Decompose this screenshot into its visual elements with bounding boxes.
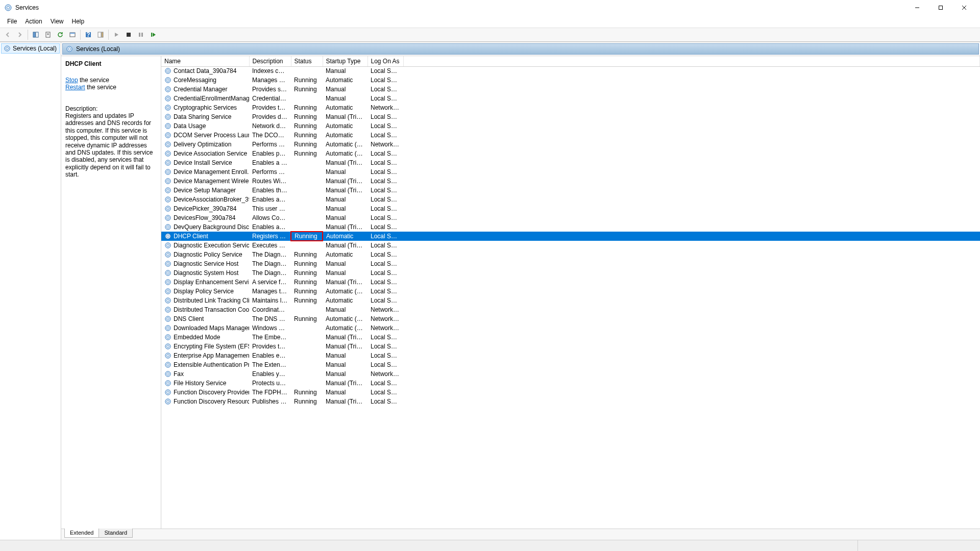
service-row[interactable]: Enterprise App Managemen...Enables ente.… (161, 351, 980, 360)
svg-point-32 (167, 97, 169, 99)
service-row[interactable]: DeviceAssociationBroker_39...Enables app… (161, 195, 980, 204)
menu-view[interactable]: View (46, 16, 68, 27)
menu-action[interactable]: Action (21, 16, 46, 27)
service-row[interactable]: File History ServiceProtects user...Manu… (161, 379, 980, 388)
service-status: Running (291, 296, 323, 305)
svg-point-74 (167, 290, 169, 292)
service-icon (164, 86, 172, 93)
service-row[interactable]: Encrypting File System (EFS)Provides the… (161, 342, 980, 351)
column-header-logon[interactable]: Log On As (368, 56, 403, 66)
service-row[interactable]: Embedded ModeThe Embedd...Manual (Trigg.… (161, 333, 980, 342)
service-row[interactable]: Function Discovery Provider ...The FDPHO… (161, 388, 980, 397)
export-list-button[interactable] (42, 29, 54, 40)
service-row[interactable]: DevicesFlow_390a784Allows Conn...ManualL… (161, 213, 980, 222)
service-row[interactable]: Diagnostic Service HostThe Diagnos...Run… (161, 259, 980, 268)
service-icon (164, 95, 172, 102)
service-logon: Local System (368, 204, 403, 213)
service-row[interactable]: Delivery OptimizationPerforms co...Runni… (161, 140, 980, 149)
service-row[interactable]: Device Management Wireles...Routes Wirel… (161, 177, 980, 186)
service-status (291, 94, 323, 103)
service-startup-type: Automatic (De... (323, 323, 368, 333)
close-button[interactable] (952, 0, 976, 15)
service-row[interactable]: DevicePicker_390a784This user ser...Manu… (161, 204, 980, 213)
service-icon (164, 315, 172, 322)
service-description: The Diagnos... (249, 268, 291, 278)
service-description: A service for ... (249, 278, 291, 287)
service-row[interactable]: Diagnostic Execution ServiceExecutes dia… (161, 241, 980, 250)
service-row[interactable]: Device Management Enroll...Performs De..… (161, 167, 980, 177)
service-name: Device Association Service (174, 150, 247, 157)
column-header-description[interactable]: Description (249, 56, 291, 66)
service-row[interactable]: Distributed Link Tracking Cli...Maintain… (161, 296, 980, 305)
service-row[interactable]: DNS ClientThe DNS Cli...RunningAutomatic… (161, 314, 980, 323)
main-area: Services (Local) Services (Local) DHCP C… (0, 42, 980, 540)
restart-service-button[interactable] (148, 29, 159, 40)
services-list[interactable]: Name Description Status Startup Type Log… (161, 56, 980, 529)
tree-item-services-local[interactable]: Services (Local) (1, 43, 60, 54)
service-row[interactable]: Credential ManagerProvides sec...Running… (161, 85, 980, 94)
service-startup-type: Automatic (323, 76, 368, 85)
navigation-tree[interactable]: Services (Local) (0, 42, 61, 540)
service-row[interactable]: Diagnostic System HostThe Diagnos...Runn… (161, 268, 980, 278)
tab-extended[interactable]: Extended (64, 529, 99, 538)
stop-service-link[interactable]: Stop (65, 77, 78, 84)
service-row[interactable]: Data Sharing ServiceProvides dat...Runni… (161, 112, 980, 121)
service-icon (164, 398, 172, 405)
svg-point-40 (167, 134, 169, 136)
svg-point-26 (167, 70, 169, 72)
service-name: Delivery Optimization (174, 141, 231, 148)
service-row[interactable]: Device Install ServiceEnables a co...Man… (161, 158, 980, 167)
properties-button[interactable] (67, 29, 78, 40)
restart-service-link[interactable]: Restart (65, 84, 85, 91)
show-hide-tree-button[interactable] (30, 29, 41, 40)
refresh-button[interactable] (55, 29, 66, 40)
service-row[interactable]: Downloaded Maps ManagerWindows ser...Aut… (161, 323, 980, 333)
service-row[interactable]: DHCP ClientRegisters an...RunningAutomat… (161, 232, 980, 241)
service-row[interactable]: Display Policy ServiceManages th...Runni… (161, 287, 980, 296)
service-icon (164, 187, 172, 194)
service-icon (164, 279, 172, 286)
service-icon (164, 352, 172, 359)
service-row[interactable]: Cryptographic ServicesProvides thr...Run… (161, 103, 980, 112)
menu-help[interactable]: Help (68, 16, 89, 27)
service-name: Data Sharing Service (174, 113, 231, 120)
view-tabs: Extended Standard (61, 529, 980, 540)
service-row[interactable]: CoreMessagingManages co...RunningAutomat… (161, 76, 980, 85)
tab-standard[interactable]: Standard (99, 529, 133, 538)
service-row[interactable]: Device Setup ManagerEnables the ...Manua… (161, 186, 980, 195)
service-row[interactable]: Display Enhancement ServiceA service for… (161, 278, 980, 287)
service-row[interactable]: Data UsageNetwork dat...RunningAutomatic… (161, 121, 980, 131)
column-header-startup[interactable]: Startup Type (323, 56, 368, 66)
show-hide-action-pane-button[interactable] (95, 29, 106, 40)
service-startup-type: Manual (323, 351, 368, 360)
service-row[interactable]: Distributed Transaction Coor...Coordinat… (161, 305, 980, 314)
service-status (291, 195, 323, 204)
service-row[interactable]: Contact Data_390a784Indexes cont...Manua… (161, 66, 980, 76)
stop-service-button[interactable] (123, 29, 134, 40)
column-header-status[interactable]: Status (291, 56, 323, 66)
service-description: The Diagnos... (249, 250, 291, 259)
service-logon: Network Se... (368, 369, 403, 379)
service-row[interactable]: DevQuery Background Disc...Enables app..… (161, 222, 980, 232)
service-description: Provides thr... (249, 103, 291, 112)
minimize-button[interactable] (905, 0, 929, 15)
help-button[interactable]: ? (83, 29, 94, 40)
service-name: Diagnostic Execution Service (174, 242, 249, 249)
column-header-name[interactable]: Name (161, 56, 249, 66)
service-status: Running (291, 140, 323, 149)
service-row[interactable]: Extensible Authentication Pr...The Exten… (161, 360, 980, 369)
menu-file[interactable]: File (3, 16, 21, 27)
svg-rect-17 (127, 33, 131, 37)
service-row[interactable]: FaxEnables you ...ManualNetwork Se... (161, 369, 980, 379)
svg-point-84 (167, 336, 169, 338)
service-name: Fax (174, 370, 184, 378)
svg-point-68 (167, 263, 169, 265)
service-row[interactable]: DCOM Server Process Launc...The DCOML...… (161, 131, 980, 140)
maximize-button[interactable] (929, 0, 952, 15)
service-row[interactable]: Diagnostic Policy ServiceThe Diagnos...R… (161, 250, 980, 259)
service-logon: Local Service (368, 232, 403, 241)
service-icon (164, 233, 172, 240)
service-row[interactable]: Function Discovery Resourc...Publishes t… (161, 397, 980, 406)
service-row[interactable]: CredentialEnrollmentManag...Credential E… (161, 94, 980, 103)
service-row[interactable]: Device Association ServiceEnables pairi.… (161, 149, 980, 158)
